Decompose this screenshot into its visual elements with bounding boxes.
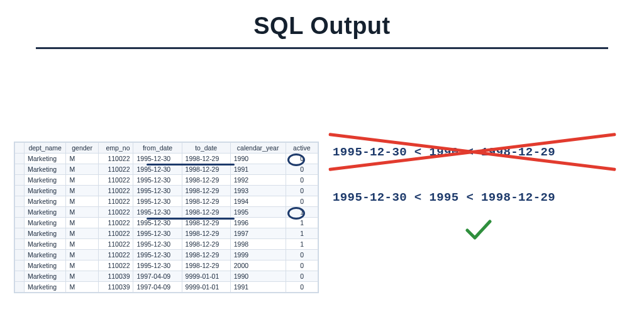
table-cell: 1996	[230, 218, 286, 228]
content-area: dept_name gender emp_no from_date to_dat…	[14, 142, 622, 293]
table-cell: 1997	[230, 228, 286, 239]
table-row: MarketingM1100221995-12-301998-12-292000…	[15, 260, 318, 271]
col-gender: gender	[66, 143, 98, 154]
table-cell	[15, 250, 25, 260]
col-blank	[15, 143, 25, 154]
table-cell: 1995-12-30	[133, 196, 182, 207]
table-cell: 1998-12-29	[182, 175, 230, 186]
table-cell: 1998-12-29	[182, 164, 230, 175]
table-cell: 110022	[98, 239, 133, 250]
table-cell: 110039	[98, 271, 133, 282]
table-cell: 110022	[98, 186, 133, 196]
table-cell: 1998-12-29	[182, 250, 230, 260]
table-cell: Marketing	[24, 250, 65, 260]
table-cell	[15, 271, 25, 282]
slide-title: SQL Output	[0, 13, 644, 40]
table-row: MarketingM1100391997-04-099999-01-011990…	[15, 271, 318, 282]
table-cell: 1	[286, 239, 318, 250]
table-cell: Marketing	[24, 186, 65, 196]
table-cell: 9999-01-01	[182, 282, 230, 293]
table-cell	[15, 154, 25, 164]
table-row: MarketingM1100221995-12-301998-12-291998…	[15, 239, 318, 250]
table-cell	[15, 228, 25, 239]
table-cell: 1995	[230, 207, 286, 218]
title-underline	[36, 47, 608, 49]
table-cell: 1998-12-29	[182, 196, 230, 207]
table-cell: 110022	[98, 250, 133, 260]
table-cell: M	[66, 250, 98, 260]
expression-false: 1995-12-30 < 1990 < 1998-12-29	[333, 145, 622, 159]
table-cell: M	[66, 175, 98, 186]
table-cell: 0	[286, 186, 318, 196]
table-cell: 0	[286, 260, 318, 271]
table-cell: 1995-12-30	[133, 164, 182, 175]
table-cell: 1995-12-30	[133, 228, 182, 239]
table-header-row: dept_name gender emp_no from_date to_dat…	[15, 143, 318, 154]
table-cell	[15, 282, 25, 293]
table-cell: 1999	[230, 250, 286, 260]
table-cell: Marketing	[24, 239, 65, 250]
table-cell	[15, 207, 25, 218]
table-row: MarketingM1100221995-12-301998-12-291991…	[15, 164, 318, 175]
table-cell: M	[66, 271, 98, 282]
table-cell: 110022	[98, 228, 133, 239]
table-cell: 0	[286, 196, 318, 207]
table-cell: 110022	[98, 164, 133, 175]
table-row: MarketingM1100221995-12-301998-12-291994…	[15, 196, 318, 207]
table-cell: Marketing	[24, 207, 65, 218]
table-cell: 1991	[230, 164, 286, 175]
table-cell: 1995-12-30	[133, 250, 182, 260]
table-cell: M	[66, 260, 98, 271]
table-cell: 110039	[98, 282, 133, 293]
table-cell: 0	[286, 271, 318, 282]
table-cell: 0	[286, 282, 318, 293]
table-row: MarketingM1100221995-12-301998-12-291992…	[15, 175, 318, 186]
table-cell: 1998-12-29	[182, 207, 230, 218]
col-calendar-year: calendar_year	[230, 143, 286, 154]
table-cell	[15, 186, 25, 196]
expression-true-text: 1995-12-30 < 1995 < 1998-12-29	[333, 191, 555, 204]
table-cell: M	[66, 218, 98, 228]
table-cell: 1995-12-30	[133, 260, 182, 271]
table-cell: Marketing	[24, 282, 65, 293]
table-cell: 1990	[230, 271, 286, 282]
result-table: dept_name gender emp_no from_date to_dat…	[14, 142, 318, 293]
table-cell: 110022	[98, 154, 133, 164]
table-cell: 110022	[98, 260, 133, 271]
table-cell: 1995-12-30	[133, 207, 182, 218]
table-cell: 1995-12-30	[133, 154, 182, 164]
table-cell: M	[66, 239, 98, 250]
table-cell: M	[66, 228, 98, 239]
table-cell: Marketing	[24, 218, 65, 228]
col-from-date: from_date	[133, 143, 182, 154]
table-row: MarketingM1100221995-12-301998-12-291993…	[15, 186, 318, 196]
table-cell: M	[66, 207, 98, 218]
table-cell: 0	[286, 164, 318, 175]
table-cell: Marketing	[24, 154, 65, 164]
table-row: MarketingM1100221995-12-301998-12-291996…	[15, 218, 318, 228]
table-cell: M	[66, 154, 98, 164]
cross-icon	[328, 132, 617, 169]
table-cell: 1998-12-29	[182, 218, 230, 228]
table-cell: M	[66, 186, 98, 196]
table-cell: 1	[286, 218, 318, 228]
table-cell: 1993	[230, 186, 286, 196]
table-cell: 2000	[230, 260, 286, 271]
table-cell: 110022	[98, 207, 133, 218]
table-cell: 1998-12-29	[182, 154, 230, 164]
col-dept-name: dept_name	[24, 143, 65, 154]
table-cell: 1994	[230, 196, 286, 207]
table-cell: 0	[286, 250, 318, 260]
table-cell	[15, 239, 25, 250]
table-cell: 1	[286, 207, 318, 218]
table-cell: Marketing	[24, 196, 65, 207]
table-cell	[15, 260, 25, 271]
table-cell: M	[66, 282, 98, 293]
table-cell: 1995-12-30	[133, 218, 182, 228]
table-cell: 1998-12-29	[182, 186, 230, 196]
table-cell	[15, 175, 25, 186]
table-cell: 1991	[230, 282, 286, 293]
table-cell: M	[66, 164, 98, 175]
table-cell: 1998-12-29	[182, 228, 230, 239]
table-cell: 1995-12-30	[133, 239, 182, 250]
